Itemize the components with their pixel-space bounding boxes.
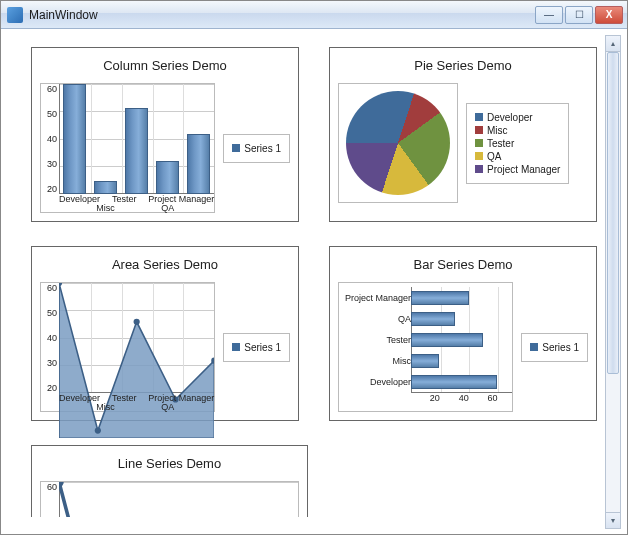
legend-swatch: [232, 144, 240, 152]
line-chart-plot: 60: [40, 481, 299, 517]
bar-chart-xaxis: 20 40 60: [411, 393, 512, 411]
scroll-up-button[interactable]: ▴: [606, 36, 620, 52]
ytick: Misc: [339, 356, 411, 366]
close-button[interactable]: X: [595, 6, 623, 24]
column-chart-card: Column Series Demo 60 50 40 30 20: [31, 47, 299, 222]
ytick: 50: [41, 308, 57, 318]
minimize-button[interactable]: —: [535, 6, 563, 24]
ytick: QA: [339, 314, 411, 324]
legend-swatch: [475, 152, 483, 160]
pie-chart-title: Pie Series Demo: [338, 54, 588, 83]
scroll-thumb[interactable]: [607, 52, 619, 374]
ytick: 30: [41, 159, 57, 169]
column-chart-plot: 60 50 40 30 20: [40, 83, 215, 213]
line-chart-svg: [59, 482, 298, 517]
ytick: 60: [41, 283, 57, 293]
svg-point-2: [95, 427, 101, 433]
bar-row: [411, 291, 469, 305]
legend-swatch: [232, 343, 240, 351]
pie-chart: [346, 91, 450, 195]
line-chart-yaxis: 60: [41, 482, 59, 517]
xtick: 40: [440, 393, 469, 411]
legend-swatch: [475, 126, 483, 134]
pie-chart-legend: Developer Misc Tester QA Project Manager: [466, 103, 569, 184]
scroll-track[interactable]: [606, 52, 620, 512]
area-chart-yaxis: 60 50 40 30 20: [41, 283, 59, 393]
legend-swatch: [475, 113, 483, 121]
bar-chart-legend: Series 1: [521, 333, 588, 362]
window-title: MainWindow: [29, 8, 533, 22]
bar-chart-card: Bar Series Demo Project Manager QA Teste…: [329, 246, 597, 421]
maximize-button[interactable]: ☐: [565, 6, 593, 24]
area-chart-card: Area Series Demo 60 50 40 30 20: [31, 246, 299, 421]
ytick: 40: [41, 333, 57, 343]
pie-chart-card: Pie Series Demo Developer Misc Tester QA…: [329, 47, 597, 222]
legend-label: Series 1: [244, 143, 281, 154]
bar-row: [411, 354, 439, 368]
ytick: Project Manager: [339, 293, 411, 303]
xtick: Misc: [90, 203, 121, 213]
svg-marker-0: [59, 283, 214, 438]
svg-point-6: [59, 482, 64, 487]
xtick: QA: [152, 402, 183, 412]
titlebar: MainWindow — ☐ X: [1, 1, 627, 29]
area-chart-xaxis: Developer Tester Project Manager Misc QA: [59, 393, 214, 411]
area-chart-plot: 60 50 40 30 20: [40, 282, 215, 412]
column-bar: [187, 134, 210, 195]
bar-chart-plot: Project Manager QA Tester Misc Developer: [338, 282, 513, 412]
bar-row: [411, 312, 455, 326]
bar-chart-title: Bar Series Demo: [338, 253, 588, 282]
legend-label: Tester: [487, 138, 514, 149]
legend-label: Series 1: [244, 342, 281, 353]
line-chart-card: Line Series Demo 60: [31, 445, 308, 517]
xtick: 20: [411, 393, 440, 411]
vertical-scrollbar[interactable]: ▴ ▾: [605, 35, 621, 529]
ytick: 60: [41, 482, 57, 492]
xtick: QA: [152, 203, 183, 213]
ytick: 60: [41, 84, 57, 94]
scroll-down-button[interactable]: ▾: [606, 512, 620, 528]
line-chart-title: Line Series Demo: [40, 452, 299, 481]
column-bar: [94, 181, 117, 194]
area-chart-svg: [59, 283, 214, 438]
legend-swatch: [530, 343, 538, 351]
legend-label: QA: [487, 151, 501, 162]
svg-point-3: [134, 319, 140, 325]
ytick: 20: [41, 184, 57, 194]
ytick: 50: [41, 109, 57, 119]
ytick: 20: [41, 383, 57, 393]
column-chart-legend: Series 1: [223, 134, 290, 163]
column-chart-title: Column Series Demo: [40, 54, 290, 83]
column-bar: [156, 161, 179, 194]
pie-chart-plot: [338, 83, 458, 203]
ytick: 30: [41, 358, 57, 368]
area-chart-title: Area Series Demo: [40, 253, 290, 282]
xtick: 60: [469, 393, 498, 411]
legend-swatch: [475, 139, 483, 147]
legend-label: Misc: [487, 125, 508, 136]
legend-label: Series 1: [542, 342, 579, 353]
svg-point-1: [59, 283, 62, 286]
bar-chart-yaxis: Project Manager QA Tester Misc Developer: [339, 287, 411, 393]
ytick: 40: [41, 134, 57, 144]
legend-label: Project Manager: [487, 164, 560, 175]
xtick: Misc: [90, 402, 121, 412]
ytick: Developer: [339, 377, 411, 387]
legend-label: Developer: [487, 112, 533, 123]
area-chart-legend: Series 1: [223, 333, 290, 362]
app-icon: [7, 7, 23, 23]
column-chart-xaxis: Developer Tester Project Manager Misc QA: [59, 194, 214, 212]
bar-row: [411, 333, 483, 347]
legend-swatch: [475, 165, 483, 173]
column-chart-yaxis: 60 50 40 30 20: [41, 84, 59, 194]
bar-row: [411, 375, 497, 389]
ytick: Tester: [339, 335, 411, 345]
column-bar: [125, 108, 148, 194]
column-bar: [63, 84, 86, 194]
client-area: Column Series Demo 60 50 40 30 20: [1, 29, 627, 535]
